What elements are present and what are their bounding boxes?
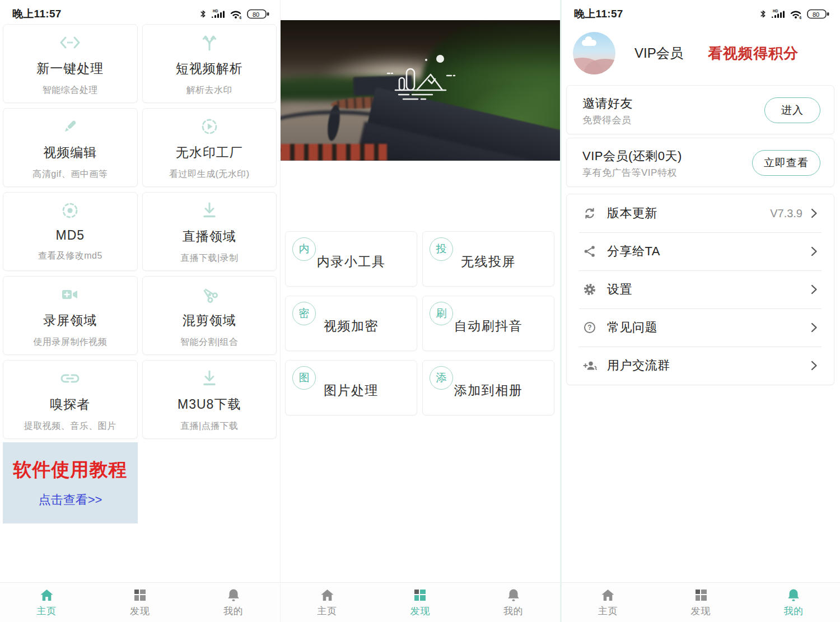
feature-card-one-key[interactable]: 新一键处理 智能综合处理 (3, 24, 138, 103)
feature-card-remix[interactable]: 混剪领域 智能分割|组合 (142, 276, 277, 355)
feature-title: 嗅探者 (50, 396, 90, 413)
nav-item-discover[interactable]: 发现 (94, 583, 187, 622)
feature-card-sniffer[interactable]: 嗅探者 提取视频、音乐、图片 (3, 360, 138, 439)
feature-title: 无水印工厂 (176, 144, 243, 161)
play-dashed-circle-icon (200, 117, 218, 136)
tool-card-image-process[interactable]: 图 图片处理 (285, 360, 417, 415)
svg-text:6: 6 (800, 16, 802, 20)
nav-label: 主页 (598, 605, 618, 618)
bluetooth-icon (759, 8, 767, 20)
feature-subtitle: 使用录屏制作视频 (33, 336, 107, 348)
invite-friends-card[interactable]: 邀请好友 免费得会员 进入 (566, 85, 834, 134)
app-screen: 晚上11:57 HD 6 80 新一键处理 智能综合处理 短视频解析 解析去水印 (0, 0, 840, 622)
tool-label: 添加到相册 (423, 382, 554, 399)
nav-item-mine[interactable]: 我的 (186, 583, 280, 622)
menu-item-version-update[interactable]: 版本更新 V7.3.9 (567, 194, 834, 232)
nav-item-discover[interactable]: 发现 (655, 583, 748, 622)
watch-video-points-link[interactable]: 看视频得积分 (708, 44, 799, 63)
menu-item-settings[interactable]: 设置 (567, 270, 834, 308)
invite-title: 邀请好友 (582, 95, 633, 112)
feature-subtitle: 查看及修改md5 (38, 250, 102, 262)
video-plus-icon (60, 285, 80, 304)
menu-item-user-group[interactable]: 用户交流群 (567, 347, 834, 385)
feature-card-m3u8[interactable]: M3U8下载 直播|点播下载 (142, 360, 277, 439)
dashed-target-icon (61, 201, 79, 220)
settings-menu: 版本更新 V7.3.9 分享给TA 设置 ? 常见问题 (566, 194, 834, 385)
tool-label: 无线投屏 (423, 253, 554, 270)
feature-card-screen-record[interactable]: 录屏领域 使用录屏制作视频 (3, 276, 138, 355)
nav-label: 我的 (503, 605, 524, 618)
nav-item-mine[interactable]: 我的 (467, 583, 560, 622)
vip-status-card[interactable]: VIP会员(还剩0天) 享有免广告等VIP特权 立即查看 (566, 138, 834, 187)
bottom-nav-profile-panel: 主页 发现 我的 (562, 582, 840, 622)
tool-card-auto-swipe[interactable]: 刷 自动刷抖音 (422, 296, 554, 351)
tool-card-add-to-album[interactable]: 添 添加到相册 (422, 360, 554, 415)
bottom-nav-home-panel: 主页 发现 我的 (0, 582, 280, 622)
tool-card-internal-record[interactable]: 内 内录小工具 (285, 231, 417, 287)
feature-subtitle: 智能分割|组合 (180, 336, 239, 348)
photo-watermark-logo (384, 53, 457, 105)
photo-banner[interactable] (281, 20, 560, 161)
feature-card-live[interactable]: 直播领域 直播下载|录制 (142, 192, 277, 271)
home-icon (39, 588, 54, 602)
feature-subtitle: 直播|点播下载 (180, 420, 239, 432)
nav-item-discover[interactable]: 发现 (374, 583, 466, 622)
vip-view-now-button[interactable]: 立即查看 (752, 150, 820, 176)
menu-item-share[interactable]: 分享给TA (567, 232, 834, 270)
tutorial-banner[interactable]: 软件使用教程 点击查看>> (3, 442, 138, 523)
status-time: 晚上11:57 (12, 7, 62, 21)
menu-item-faq[interactable]: ? 常见问题 (567, 308, 834, 347)
feature-card-md5[interactable]: MD5 查看及修改md5 (3, 192, 138, 271)
tutorial-title: 软件使用教程 (13, 457, 128, 483)
share-icon (582, 245, 597, 258)
profile-panel: 晚上11:57 HD 6 80 VIP会员 看视频得积分 邀请好友 免费得会员 … (560, 0, 840, 622)
nav-label: 主页 (36, 605, 57, 618)
svg-text:80: 80 (253, 11, 259, 18)
nav-item-home[interactable]: 主页 (562, 583, 655, 622)
home-icon (320, 588, 335, 602)
feature-card-video-edit[interactable]: 视频编辑 高清gif、画中画等 (3, 108, 138, 187)
pencil-icon (61, 117, 79, 136)
svg-text:80: 80 (813, 11, 819, 18)
feature-title: 短视频解析 (176, 60, 243, 77)
avatar[interactable] (573, 32, 615, 74)
feature-card-video-parse[interactable]: 短视频解析 解析去水印 (142, 24, 277, 103)
chevron-right-icon (808, 245, 819, 258)
nav-item-home[interactable]: 主页 (281, 583, 374, 622)
nav-label: 主页 (317, 605, 337, 618)
signal-icon: HD (771, 8, 786, 20)
nav-item-mine[interactable]: 我的 (747, 583, 840, 622)
bluetooth-icon (199, 8, 207, 20)
feature-title: 新一键处理 (36, 60, 104, 77)
feature-title: M3U8下载 (178, 396, 241, 413)
status-bar: 晚上11:57 HD 6 80 (0, 0, 280, 24)
nav-label: 我的 (783, 605, 804, 618)
menu-label: 分享给TA (607, 243, 660, 260)
tool-label: 自动刷抖音 (423, 317, 554, 335)
nav-label: 我的 (223, 605, 244, 618)
invite-subtitle: 免费得会员 (582, 114, 632, 127)
status-time: 晚上11:57 (574, 7, 623, 21)
tool-card-video-encrypt[interactable]: 密 视频加密 (285, 296, 417, 351)
nav-label: 发现 (691, 605, 711, 618)
menu-label: 版本更新 (607, 205, 657, 222)
feature-subtitle: 提取视频、音乐、图片 (24, 420, 116, 432)
invite-enter-button[interactable]: 进入 (764, 97, 820, 123)
feature-card-no-watermark[interactable]: 无水印工厂 看过即生成(无水印) (142, 108, 277, 187)
nav-item-home[interactable]: 主页 (0, 583, 94, 622)
feature-subtitle: 解析去水印 (186, 85, 233, 96)
feature-title: MD5 (55, 228, 85, 243)
status-bar: 晚上11:57 HD 6 80 (562, 0, 840, 24)
chevron-right-icon (808, 359, 819, 372)
grid-icon (133, 588, 147, 602)
battery-icon: 80 (807, 8, 830, 20)
discover-panel: 内 内录小工具 投 无线投屏 密 视频加密 刷 自动刷抖音 图 图片处理 添 添… (280, 0, 560, 622)
tutorial-link[interactable]: 点击查看>> (39, 492, 102, 508)
wifi6-icon: 6 (790, 8, 803, 20)
nav-label: 发现 (410, 605, 430, 618)
vip-member-label: VIP会员 (634, 44, 683, 62)
home-panel: 晚上11:57 HD 6 80 新一键处理 智能综合处理 短视频解析 解析去水印 (0, 0, 280, 622)
feature-title: 视频编辑 (43, 144, 97, 161)
tool-card-cast-screen[interactable]: 投 无线投屏 (422, 231, 554, 287)
svg-text:?: ? (587, 324, 591, 331)
